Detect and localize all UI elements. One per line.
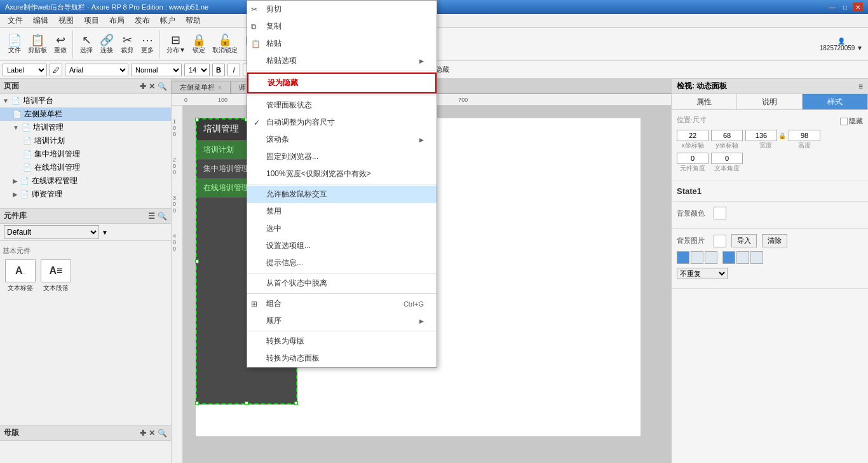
- ctx-group[interactable]: ⊞ 组合 Ctrl+G: [247, 295, 437, 312]
- ctx-full-width-label: 100%宽度<仅限浏览器中有效>: [266, 169, 371, 179]
- ctx-tooltip[interactable]: 提示信息...: [247, 254, 437, 272]
- ctx-mouse-interact[interactable]: 允许触发鼠标交互: [247, 186, 437, 203]
- ctx-select[interactable]: 选中: [247, 220, 437, 237]
- ctx-manage-state[interactable]: 管理面板状态: [247, 97, 437, 114]
- ctx-scrollbar-label: 滚动条: [266, 134, 289, 145]
- ctx-disable-label: 禁用: [266, 206, 281, 217]
- ctx-cut-label: 剪切: [266, 4, 281, 15]
- ctx-hide[interactable]: 设为隐藏: [247, 73, 437, 93]
- ctx-auto-size[interactable]: 自动调整为内容尺寸: [247, 114, 437, 131]
- ctx-sep-6: [247, 331, 437, 331]
- ctx-detach-state-label: 从首个状态中脱离: [266, 278, 327, 289]
- ctx-cut[interactable]: ✂ 剪切: [247, 1, 437, 18]
- context-menu: ✂ 剪切 ⧉ 复制 📋 粘贴 粘贴选项 设为隐藏 管理面板状态 自动调整为内: [247, 0, 437, 368]
- ctx-paste-label: 粘贴: [266, 38, 281, 49]
- ctx-full-width[interactable]: 100%宽度<仅限浏览器中有效>: [247, 165, 437, 183]
- ctx-sep-2: [247, 95, 437, 95]
- ctx-sep-1: [247, 71, 437, 71]
- ctx-paste-options-label: 粘贴选项: [266, 55, 297, 66]
- ctx-copy-label: 复制: [266, 21, 281, 32]
- ctx-convert-dynamic-label: 转换为动态面板: [266, 353, 320, 364]
- ctx-tooltip-label: 提示信息...: [266, 258, 303, 268]
- check-mark: [254, 118, 260, 127]
- ctx-pin-browser[interactable]: 固定到浏览器...: [247, 148, 437, 165]
- ctx-convert-dynamic[interactable]: 转换为动态面板: [247, 350, 437, 367]
- context-menu-overlay: ✂ 剪切 ⧉ 复制 📋 粘贴 粘贴选项 设为隐藏 管理面板状态 自动调整为内: [0, 0, 868, 463]
- ctx-option-group[interactable]: 设置选项组...: [247, 237, 437, 254]
- ctx-select-label: 选中: [266, 223, 281, 234]
- ctx-detach-state[interactable]: 从首个状态中脱离: [247, 275, 437, 292]
- ctx-scrollbar[interactable]: 滚动条: [247, 131, 437, 148]
- ctx-pin-browser-label: 固定到浏览器...: [266, 151, 318, 162]
- ctx-group-shortcut: Ctrl+G: [403, 300, 424, 308]
- ctx-paste[interactable]: 📋 粘贴: [247, 35, 437, 52]
- group-icon: ⊞: [251, 300, 257, 308]
- ctx-manage-state-label: 管理面板状态: [266, 100, 312, 111]
- ctx-sep-4: [247, 273, 437, 273]
- ctx-paste-options[interactable]: 粘贴选项: [247, 52, 437, 69]
- ctx-order-label: 顺序: [266, 315, 281, 326]
- ctx-hide-label: 设为隐藏: [268, 78, 298, 88]
- ctx-sep-5: [247, 293, 437, 294]
- ctx-copy[interactable]: ⧉ 复制: [247, 18, 437, 35]
- ctx-sep-3: [247, 184, 437, 184]
- paste-icon: 📋: [251, 39, 261, 48]
- ctx-option-group-label: 设置选项组...: [266, 240, 311, 251]
- cut-icon: ✂: [251, 5, 257, 14]
- ctx-convert-master[interactable]: 转换为母版: [247, 333, 437, 350]
- ctx-order[interactable]: 顺序: [247, 312, 437, 329]
- copy-icon: ⧉: [251, 22, 257, 31]
- ctx-disable[interactable]: 禁用: [247, 203, 437, 220]
- ctx-convert-master-label: 转换为母版: [266, 336, 304, 347]
- ctx-group-label: 组合: [266, 298, 281, 309]
- ctx-mouse-interact-label: 允许触发鼠标交互: [266, 189, 327, 200]
- ctx-auto-size-label: 自动调整为内容尺寸: [266, 117, 335, 128]
